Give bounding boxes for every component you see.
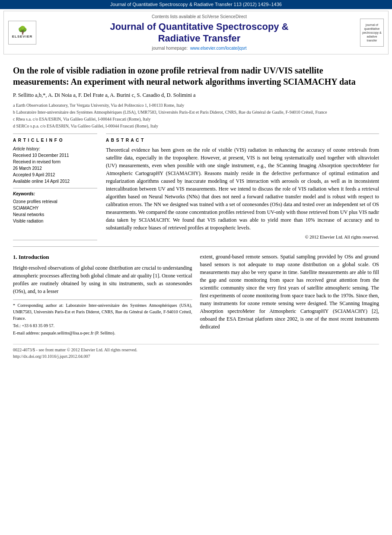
- copyright-line: © 2012 Elsevier Ltd. All rights reserved…: [106, 234, 379, 241]
- footnote-email: E-mail address: pasquale.sellitto@lisa.u…: [13, 330, 192, 336]
- elsevier-logo: 🌳 ELSEVIER: [8, 21, 38, 45]
- elsevier-tree-icon: 🌳: [18, 26, 27, 34]
- article-info-box: A R T I C L E I N F O Article history: R…: [13, 134, 97, 241]
- body-col-left: 1. Introduction Height-resolved observat…: [13, 253, 192, 337]
- keyword-4: Visible radiation: [13, 218, 97, 224]
- footnote-section: * Corresponding author at: Laboratoire I…: [13, 299, 192, 336]
- keyword-2: SCIAMACHY: [13, 205, 97, 211]
- page-content: On the role of visible radiation in ozon…: [0, 56, 392, 364]
- footnote-tel: Tel.: +33 6 83 35 09 57.: [13, 322, 192, 329]
- footnote-corresponding: * Corresponding author at: Laboratoire I…: [13, 302, 192, 322]
- affiliation-c: c Rhea s.a. c/o ESA/ESRIN, Via Galileo G…: [13, 116, 379, 122]
- sciverse-link[interactable]: Contents lists available at SciVerse Sci…: [43, 14, 356, 20]
- journal-header: 🌳 ELSEVIER Contents lists available at S…: [3, 11, 389, 54]
- affiliations: a Earth Observation Laboratory, Tor Verg…: [13, 102, 379, 129]
- available-online: Available online 14 April 2012: [13, 178, 97, 185]
- keywords-list: Ozone profiles retrieval SCIAMACHY Neura…: [13, 198, 97, 224]
- intro-para-right: extent, ground-based remote sensors. Spa…: [200, 253, 379, 331]
- abstract-text: Theoretical evidence has been given on t…: [106, 146, 379, 232]
- journal-thumbnail: journal ofquantitativepectroscopy &adiat…: [360, 19, 384, 47]
- intro-para-1: Height-resolved observations of global o…: [13, 264, 192, 295]
- doi-line: http://dx.doi.org/10.1016/j.jqsrt.2012.0…: [13, 354, 90, 359]
- body-col-right: extent, ground-based remote sensors. Spa…: [200, 253, 379, 337]
- journal-homepage-link[interactable]: www.elsevier.com/locate/jqsrt: [190, 46, 247, 51]
- article-info-abstract-row: A R T I C L E I N F O Article history: R…: [13, 134, 379, 241]
- affiliation-a: a Earth Observation Laboratory, Tor Verg…: [13, 102, 379, 108]
- journal-citation-bar: Journal of Quantitative Spectroscopy & R…: [0, 0, 392, 9]
- accepted-date: Accepted 9 April 2012: [13, 172, 97, 178]
- received-date: Received 10 December 2011: [13, 153, 97, 159]
- revised-date: 26 March 2012: [13, 166, 97, 172]
- history-label: Article history:: [13, 146, 97, 152]
- affiliation-b: b Laboratoire Inter-universitaire des Sy…: [13, 109, 379, 115]
- journal-header-center: Contents lists available at SciVerse Sci…: [43, 14, 356, 51]
- body-columns: 1. Introduction Height-resolved observat…: [13, 253, 379, 337]
- journal-homepage: journal homepage: www.elsevier.com/locat…: [43, 45, 356, 51]
- article-history: Article history: Received 10 December 20…: [13, 146, 97, 185]
- keywords-label: Keywords:: [13, 191, 97, 197]
- issn-line: 0022-4073/$ - see front matter © 2012 El…: [13, 347, 137, 352]
- article-info-title: A R T I C L E I N F O: [13, 137, 97, 143]
- keywords-section: Keywords: Ozone profiles retrieval SCIAM…: [13, 188, 97, 224]
- keyword-3: Neural networks: [13, 211, 97, 218]
- journal-title: Journal of Quantitative Spectroscopy &Ra…: [43, 21, 356, 44]
- abstract-section: A B S T R A C T Theoretical evidence has…: [106, 134, 379, 241]
- received-revised-label: Received in revised form: [13, 159, 97, 165]
- affiliation-d: d SERCo s.p.a. c/o ESA/ESRIN, Via Galile…: [13, 123, 379, 129]
- abstract-title: A B S T R A C T: [106, 134, 379, 143]
- journal-thumb-box: journal ofquantitativepectroscopy &adiat…: [360, 19, 384, 47]
- section-divider: [13, 246, 379, 247]
- elsevier-brand-text: ELSEVIER: [12, 34, 33, 39]
- section-1-heading: 1. Introduction: [13, 253, 192, 261]
- keyword-1: Ozone profiles retrieval: [13, 198, 97, 205]
- paper-title: On the role of visible radiation in ozon…: [13, 65, 379, 87]
- journal-citation-text: Journal of Quantitative Spectroscopy & R…: [110, 2, 282, 7]
- authors-line: P. Sellitto a,b,*, A. Di Noia a, F. Del …: [13, 92, 379, 99]
- bottom-bar: 0022-4073/$ - see front matter © 2012 El…: [13, 344, 379, 360]
